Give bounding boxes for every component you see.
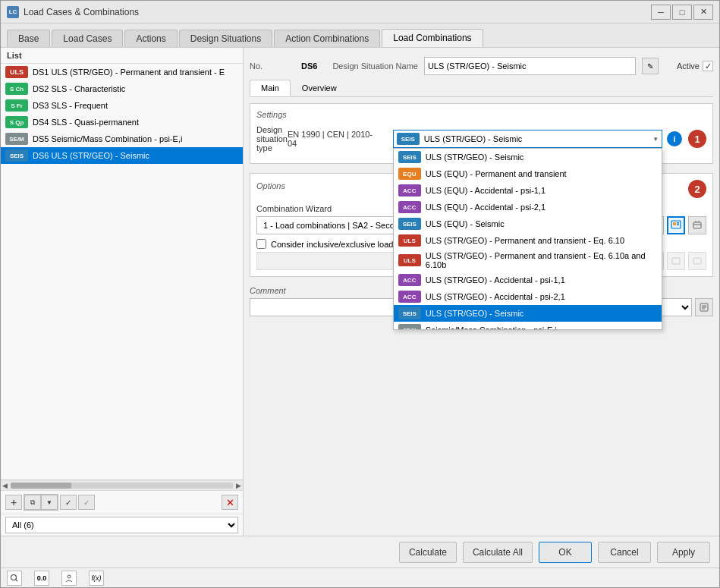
calculate-all-button[interactable]: Calculate All (463, 542, 533, 563)
svg-rect-3 (677, 225, 679, 226)
title-buttons: ─ □ ✕ (651, 5, 713, 20)
dropdown-item[interactable]: SEIS ULS (EQU) - Seismic (394, 215, 662, 232)
dropdown-item[interactable]: SEIS ULS (STR/GEO) - Seismic (394, 149, 662, 165)
badge-sqp: S Qp (5, 116, 28, 128)
list-item[interactable]: ULS DS1 ULS (STR/GEO) - Permanent and tr… (1, 64, 243, 80)
calculate-button[interactable]: Calculate (399, 542, 457, 563)
badge: ACC (398, 184, 421, 197)
sub-tab-overview[interactable]: Overview (291, 80, 348, 96)
delete-button[interactable]: ✕ (222, 495, 238, 510)
svg-rect-4 (693, 222, 701, 228)
window-title: Load Cases & Combinations (24, 7, 651, 17)
info-button[interactable]: i (667, 131, 682, 146)
apply-button[interactable]: Apply (657, 542, 710, 563)
close-button[interactable]: ✕ (693, 5, 713, 20)
comment-action-button[interactable] (695, 298, 713, 316)
horizontal-scrollbar[interactable]: ◀ ▶ (1, 480, 243, 490)
copy-dropdown-button[interactable]: ▼ (41, 495, 58, 510)
list-toolbar: + ⧉ ▼ ✓ ✓ ✕ (1, 490, 243, 514)
person-status-icon[interactable] (61, 571, 77, 586)
edit-name-button[interactable]: ✎ (642, 58, 659, 74)
no-value: DS6 (301, 61, 317, 71)
formula-status-icon[interactable]: f(x) (89, 571, 104, 586)
dropdown-item[interactable]: ACC ULS (EQU) - Accidental - psi-1,1 (394, 182, 662, 199)
number-status-icon[interactable]: 0.0 (34, 571, 49, 586)
cancel-button[interactable]: Cancel (598, 542, 651, 563)
list-item[interactable]: S Ch DS2 SLS - Characteristic (1, 80, 243, 97)
ok-button[interactable]: OK (539, 542, 592, 563)
sub-tabs: Main Overview (250, 80, 713, 97)
badge: ULS (398, 254, 421, 266)
design-situation-name-input[interactable] (424, 57, 636, 75)
dropdown-item[interactable]: SE/M Seismic/Mass Combination - psi-E,i (394, 322, 662, 330)
active-checkbox[interactable] (703, 61, 713, 71)
status-bar: 0.0 f(x) (1, 568, 719, 587)
dropdown-item[interactable]: ULS ULS (STR/GEO) - Permanent and transi… (394, 249, 662, 272)
design-situation-type-label: Design situation type (256, 125, 288, 153)
design-situation-name-label: Design Situation Name (332, 61, 418, 71)
minimize-button[interactable]: ─ (651, 5, 671, 20)
header-fields: No. DS6 Design Situation Name ✎ Active (250, 54, 713, 80)
app-icon: LC (7, 6, 19, 18)
design-situation-standard: EN 1990 | CEN | 2010-04 (288, 130, 381, 148)
wizard-action-button[interactable] (688, 216, 706, 234)
list-item-text: DS1 ULS (STR/GEO) - Permanent and transi… (33, 68, 225, 77)
design-situation-dropdown[interactable]: SEIS ULS (STR/GEO) - Seismic ▼ SEIS ULS … (393, 130, 662, 148)
badge: ACC (398, 201, 421, 213)
dropdown-item-selected[interactable]: SEIS ULS (STR/GEO) - Seismic (394, 305, 662, 322)
copy-group: ⧉ ▼ (24, 494, 58, 511)
list-items: ULS DS1 ULS (STR/GEO) - Permanent and tr… (1, 64, 243, 480)
badge: SEIS (398, 307, 421, 319)
badge-seis: SEIS (397, 133, 420, 145)
badge: SEIS (398, 151, 421, 163)
list-item[interactable]: SE/M DS5 Seismic/Mass Combination - psi-… (1, 130, 243, 147)
dropdown-selected-text: ULS (STR/GEO) - Seismic (424, 134, 523, 143)
dropdown-selected[interactable]: SEIS ULS (STR/GEO) - Seismic ▼ (393, 130, 662, 148)
check-button[interactable]: ✓ (60, 495, 77, 510)
badge: ACC (398, 274, 421, 286)
right-panel: No. DS6 Design Situation Name ✎ Active M… (244, 48, 719, 536)
list-item-selected[interactable]: SEIS DS6 ULS (STR/GEO) - Seismic (1, 147, 243, 164)
tab-action-combinations[interactable]: Action Combinations (274, 30, 380, 47)
svg-rect-1 (673, 222, 676, 225)
tab-load-cases[interactable]: Load Cases (52, 30, 123, 47)
tab-actions[interactable]: Actions (124, 30, 177, 47)
svg-point-14 (11, 574, 17, 580)
design-situation-type-row: Design situation type EN 1990 | CEN | 20… (256, 125, 706, 153)
dropdown-item[interactable]: ULS ULS (STR/GEO) - Permanent and transi… (394, 232, 662, 249)
list-item[interactable]: S Qp DS4 SLS - Quasi-permanent (1, 114, 243, 130)
main-window: LC Load Cases & Combinations ─ □ ✕ Base … (0, 0, 720, 588)
list-item-text: DS5 Seismic/Mass Combination - psi-E,i (33, 134, 182, 143)
main-content: List ULS DS1 ULS (STR/GEO) - Permanent a… (1, 48, 719, 536)
check2-button[interactable]: ✓ (78, 495, 95, 510)
filter-select[interactable]: All (6) (5, 517, 238, 533)
dropdown-list: SEIS ULS (STR/GEO) - Seismic EQU ULS (EQ… (393, 148, 662, 330)
open-wizard-button[interactable] (667, 216, 685, 234)
badge: SEIS (398, 218, 421, 230)
tab-base[interactable]: Base (7, 30, 50, 47)
tab-design-situations[interactable]: Design Situations (179, 30, 272, 47)
search-status-icon[interactable] (7, 571, 22, 586)
badge-sfr: S Fr (5, 99, 28, 112)
settings-panel: Settings Design situation type EN 1990 |… (250, 103, 713, 164)
tab-load-combinations[interactable]: Load Combinations (382, 29, 483, 47)
dropdown-item[interactable]: ACC ULS (STR/GEO) - Accidental - psi-1,1 (394, 272, 662, 288)
sub-tab-main[interactable]: Main (250, 80, 291, 96)
copy-button[interactable]: ⧉ (24, 495, 41, 510)
new-item-button[interactable]: + (5, 495, 22, 510)
badge: SE/M (398, 324, 421, 330)
list-item-text: DS3 SLS - Frequent (33, 101, 108, 110)
list-item[interactable]: S Fr DS3 SLS - Frequent (1, 97, 243, 114)
maximize-button[interactable]: □ (672, 5, 692, 20)
dropdown-item[interactable]: EQU ULS (EQU) - Permanent and transient (394, 165, 662, 182)
svg-point-16 (68, 575, 71, 578)
no-label: No. (250, 61, 295, 71)
badge: EQU (398, 168, 421, 180)
badge-seis: SEIS (5, 149, 28, 162)
tab-bar: Base Load Cases Actions Design Situation… (1, 24, 719, 48)
step-badge-1: 1 (688, 130, 706, 148)
consider-checkbox[interactable] (256, 239, 266, 249)
svg-rect-9 (693, 258, 701, 264)
dropdown-item[interactable]: ACC ULS (EQU) - Accidental - psi-2,1 (394, 199, 662, 215)
dropdown-item[interactable]: ACC ULS (STR/GEO) - Accidental - psi-2,1 (394, 288, 662, 305)
